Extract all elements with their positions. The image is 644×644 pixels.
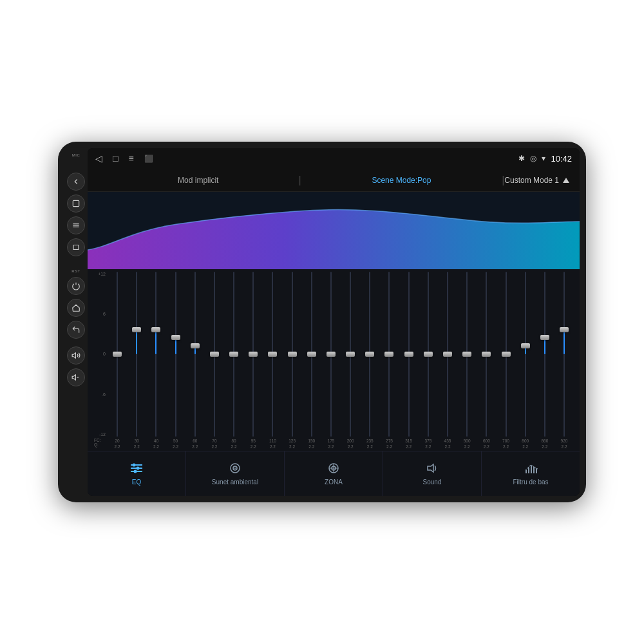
slider-track-235[interactable] <box>369 272 370 437</box>
back-icon[interactable]: ◁ <box>95 153 102 164</box>
slider-thumb-95[interactable] <box>249 352 258 357</box>
freq-labels-row: FC: Q: 202.2302.2402.2502.2602.2702.2802… <box>94 437 573 451</box>
slider-thumb-175[interactable] <box>327 352 336 357</box>
volume-down-button[interactable] <box>67 368 85 386</box>
slider-col-800 <box>516 272 535 437</box>
slider-track-315[interactable] <box>408 272 410 437</box>
slider-col-50 <box>167 272 185 437</box>
slider-track-800[interactable] <box>525 272 526 437</box>
back-nav-button[interactable] <box>67 321 85 339</box>
slider-track-150[interactable] <box>311 272 312 437</box>
slider-track-375[interactable] <box>428 272 429 437</box>
slider-thumb-375[interactable] <box>424 352 433 357</box>
slider-track-125[interactable] <box>292 272 293 437</box>
home-square-button[interactable] <box>67 194 85 213</box>
slider-track-60[interactable] <box>194 272 196 437</box>
slider-thumb-235[interactable] <box>365 352 374 357</box>
mode-implicit[interactable]: Mod implicit <box>98 176 299 185</box>
nav-item-sound[interactable]: Sound <box>383 451 482 496</box>
slider-col-375 <box>419 272 437 437</box>
slider-track-95[interactable] <box>252 272 254 437</box>
scale-plus12: +12 <box>94 272 106 276</box>
filtru-label: Filtru de bas <box>513 478 548 486</box>
menu-button[interactable] <box>67 216 85 234</box>
slider-track-920[interactable] <box>564 272 565 437</box>
slider-thumb-50[interactable] <box>171 335 180 340</box>
slider-thumb-860[interactable] <box>540 335 549 340</box>
bottom-nav: EQ Sunet ambiental <box>88 451 580 496</box>
slider-track-500[interactable] <box>466 272 468 437</box>
device: MIC RST <box>58 142 586 502</box>
nav-item-sunet[interactable]: Sunet ambiental <box>186 451 285 496</box>
slider-thumb-20[interactable] <box>113 352 122 357</box>
slider-thumb-40[interactable] <box>151 327 160 332</box>
freq-item-60: 602.2 <box>186 438 204 450</box>
scale-plus6: 6 <box>94 312 106 316</box>
slider-thumb-200[interactable] <box>346 352 355 357</box>
power-button[interactable] <box>67 277 85 295</box>
slider-col-175 <box>322 272 340 437</box>
freq-item-235: 2352.2 <box>361 438 379 450</box>
slider-track-275[interactable] <box>388 272 390 437</box>
nav-item-zona[interactable]: ZONA <box>285 451 383 496</box>
custom-mode[interactable]: Custom Mode 1 <box>504 176 569 185</box>
slider-track-70[interactable] <box>214 272 215 437</box>
slider-thumb-30[interactable] <box>132 327 141 332</box>
freq-item-435: 4352.2 <box>439 438 457 450</box>
cast-icon[interactable]: ⬛ <box>144 155 153 163</box>
svg-rect-28 <box>533 467 535 473</box>
slider-track-40[interactable] <box>155 272 156 437</box>
slider-thumb-125[interactable] <box>288 352 297 357</box>
side-controls: MIC RST <box>64 148 88 496</box>
back-button[interactable] <box>67 173 85 191</box>
slider-track-200[interactable] <box>350 272 351 437</box>
slider-thumb-275[interactable] <box>384 352 393 357</box>
home-button[interactable] <box>67 299 85 317</box>
nav-item-eq[interactable]: EQ <box>88 451 186 496</box>
volume-up-button[interactable]: + <box>67 346 85 365</box>
square-icon[interactable]: □ <box>113 153 118 164</box>
slider-thumb-435[interactable] <box>443 352 452 357</box>
slider-thumb-800[interactable] <box>521 343 530 348</box>
scale-minus6: -6 <box>94 392 106 397</box>
nav-item-filtru[interactable]: Filtru de bas <box>482 451 580 496</box>
slider-thumb-80[interactable] <box>229 352 238 357</box>
freq-item-200: 2002.2 <box>341 438 359 450</box>
slider-track-20[interactable] <box>117 272 118 437</box>
slider-track-435[interactable] <box>447 272 448 437</box>
slider-track-600[interactable] <box>486 272 487 437</box>
slider-track-30[interactable] <box>136 272 137 437</box>
freq-item-275: 2752.2 <box>380 438 398 450</box>
slider-track-860[interactable] <box>544 272 545 437</box>
slider-thumb-70[interactable] <box>210 352 219 357</box>
slider-thumb-600[interactable] <box>482 352 491 357</box>
slider-thumb-500[interactable] <box>462 352 471 357</box>
slider-thumb-700[interactable] <box>502 352 511 357</box>
menu-nav-icon[interactable]: ≡ <box>128 153 133 164</box>
rst-label: RST <box>71 269 80 273</box>
slider-track-110[interactable] <box>272 272 273 437</box>
slider-col-95 <box>244 272 262 437</box>
screen: ◁ □ ≡ ⬛ ✱ ◎ ▾ 10:42 Mod implicit | Scene… <box>88 148 580 496</box>
svg-point-14 <box>137 466 140 469</box>
scene-mode[interactable]: Scene Mode:Pop <box>301 176 502 185</box>
screenshot-button[interactable] <box>67 238 85 256</box>
slider-col-315 <box>400 272 418 437</box>
slider-thumb-315[interactable] <box>404 352 413 357</box>
slider-thumb-150[interactable] <box>307 352 316 357</box>
slider-track-700[interactable] <box>506 272 507 437</box>
slider-thumb-110[interactable] <box>268 352 277 357</box>
zona-label: ZONA <box>325 478 343 486</box>
slider-track-175[interactable] <box>330 272 332 437</box>
slider-col-200 <box>341 272 359 437</box>
slider-col-700 <box>497 272 515 437</box>
slider-col-70 <box>205 272 223 437</box>
svg-text:+: + <box>77 354 79 357</box>
slider-thumb-920[interactable] <box>560 327 569 332</box>
slider-thumb-60[interactable] <box>191 343 200 348</box>
eq-sliders-area: +12 6 0 -6 -12 FC: Q: <box>88 269 580 451</box>
freq-item-175: 1752.2 <box>322 438 340 450</box>
slider-track-80[interactable] <box>233 272 234 437</box>
slider-track-50[interactable] <box>175 272 176 437</box>
freq-item-125: 1252.2 <box>283 438 301 450</box>
